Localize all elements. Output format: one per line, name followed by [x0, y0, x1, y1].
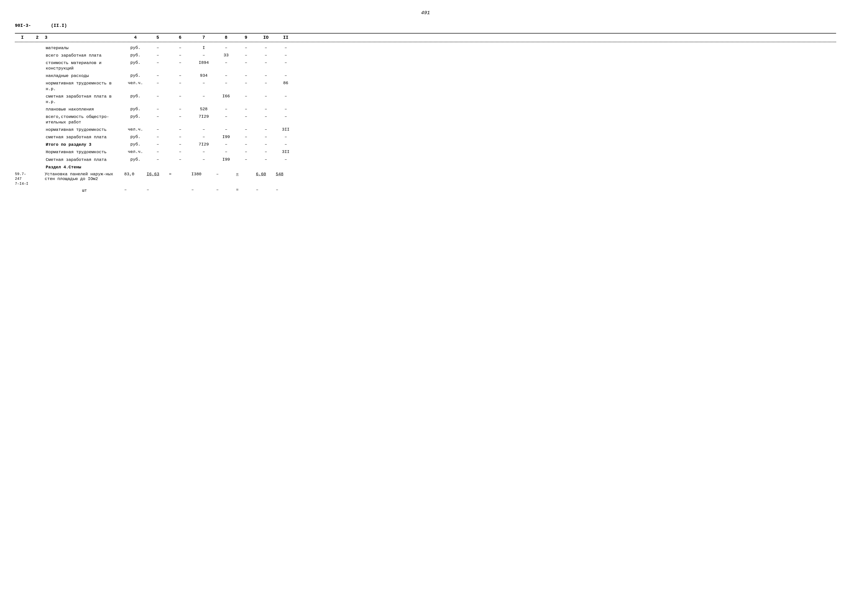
- doc-code: 90I-3-: [15, 23, 31, 28]
- row-c10: –: [256, 142, 276, 147]
- row-c7: –: [191, 127, 216, 132]
- row-c9: –: [236, 94, 256, 99]
- row-c10: –: [256, 106, 276, 112]
- dash-c2: [30, 187, 45, 193]
- row-c9: –: [236, 45, 256, 50]
- col-header-4: 4: [124, 35, 147, 40]
- row-col2: [30, 157, 45, 157]
- row-unit: руб.: [124, 60, 147, 65]
- row-c8: [216, 164, 236, 165]
- row-c8: –: [216, 81, 236, 85]
- row-desc: нормативная трудоемкость в н.р.: [45, 81, 124, 92]
- row-c6: –: [169, 73, 191, 78]
- row-unit: руб.: [124, 114, 147, 119]
- row-col1: [15, 45, 30, 46]
- col-header-7: 7: [191, 35, 216, 40]
- row-c11: –: [276, 94, 296, 99]
- entry-c7: I380: [191, 172, 216, 177]
- row-c5: –: [147, 45, 169, 50]
- row-c5: –: [147, 52, 169, 58]
- row-col2: [30, 149, 45, 150]
- row-c6: [169, 164, 191, 165]
- table-body: материалы руб. – – I – – – – всего зараб…: [15, 45, 836, 193]
- row-c7: –: [191, 94, 216, 99]
- table-row: сметная заработная плата в н.р. руб. – –…: [15, 93, 836, 106]
- row-c9: –: [236, 114, 256, 119]
- dash-c10: –: [256, 187, 276, 193]
- row-c9: –: [236, 127, 256, 132]
- table-row: Раздел 4.Стены: [15, 163, 836, 171]
- entry-c5: I6,63: [147, 172, 169, 177]
- row-c8: I66: [216, 94, 236, 99]
- row-unit: чел.ч.: [124, 81, 147, 85]
- row-unit: руб.: [124, 94, 147, 99]
- row-c7: –: [191, 149, 216, 154]
- row-desc: Раздел 4.Стены: [45, 164, 124, 170]
- row-col1: [15, 114, 30, 114]
- doc-section: (II.I): [51, 23, 67, 28]
- row-c9: –: [236, 60, 256, 65]
- row-col1: [15, 81, 30, 81]
- table-row: накладные расходы руб. – – 934 – – – –: [15, 72, 836, 80]
- table-row: Сметная заработная плата руб. – – – I99 …: [15, 156, 836, 163]
- row-c7: 7I29: [191, 114, 216, 119]
- table-row: всего,стоимость общестро-ительных работ …: [15, 113, 836, 126]
- row-c8: –: [216, 73, 236, 78]
- row-c7: –: [191, 134, 216, 139]
- row-c6: –: [169, 127, 191, 132]
- dash-c7: –: [191, 187, 216, 193]
- row-c8: –: [216, 114, 236, 119]
- row-c7: –: [191, 81, 216, 85]
- row-desc: Итого по разделу 3: [45, 142, 124, 148]
- row-col2: [30, 73, 45, 73]
- entry-c11: 548: [276, 172, 296, 177]
- row-desc: материалы: [45, 45, 124, 51]
- dash-c6: [169, 187, 191, 193]
- row-col1: [15, 94, 30, 94]
- row-c9: –: [236, 142, 256, 147]
- entry-c4: 83,0: [124, 172, 147, 177]
- entry-row: 59.7–2477–I4–I Установка панелей наруж-н…: [15, 171, 836, 187]
- row-c7: 934: [191, 73, 216, 78]
- table-row: материалы руб. – – I – – – –: [15, 45, 836, 52]
- row-c7: 528: [191, 106, 216, 112]
- row-desc: Сметная заработная плата: [45, 157, 124, 163]
- row-c11: –: [276, 157, 296, 162]
- row-c9: –: [236, 81, 256, 85]
- row-c6: –: [169, 106, 191, 112]
- row-c5: –: [147, 81, 169, 85]
- row-c7: 7I29: [191, 142, 216, 147]
- row-desc: плановые накопления: [45, 106, 124, 112]
- row-c8: I99: [216, 157, 236, 162]
- row-c7: –: [191, 157, 216, 162]
- row-c8: 33: [216, 52, 236, 58]
- table-row: нормативная трудоемкость в н.р. чел.ч. –…: [15, 80, 836, 93]
- row-c10: –: [256, 149, 276, 154]
- row-c7: [191, 164, 216, 165]
- row-col1: [15, 157, 30, 157]
- row-col1: [15, 164, 30, 165]
- row-c5: –: [147, 114, 169, 119]
- entry-desc: Установка панелей наруж-ных стен площадь…: [45, 172, 124, 181]
- row-c6: –: [169, 142, 191, 147]
- table-row: нормативная трудоемкость чел.ч. – – – – …: [15, 126, 836, 133]
- row-col2: [30, 52, 45, 53]
- row-desc: стоимость материалов и конструкций: [45, 60, 124, 72]
- row-c10: –: [256, 60, 276, 65]
- page-number: 491: [15, 10, 836, 16]
- row-c6: –: [169, 94, 191, 99]
- row-c5: –: [147, 127, 169, 132]
- row-col1: [15, 127, 30, 127]
- row-c10: [256, 164, 276, 165]
- row-unit: руб.: [124, 52, 147, 58]
- table-row: сметная заработная плата руб. – – – I99 …: [15, 133, 836, 141]
- row-col2: [30, 164, 45, 165]
- col-header-5: 5: [147, 35, 169, 40]
- row-c8: –: [216, 45, 236, 50]
- col-header-9: 9: [236, 35, 256, 40]
- row-c9: –: [236, 73, 256, 78]
- row-c8: –: [216, 106, 236, 112]
- row-unit: чел.ч.: [124, 149, 147, 154]
- row-c5: –: [147, 73, 169, 78]
- col-header-10: IO: [256, 35, 276, 40]
